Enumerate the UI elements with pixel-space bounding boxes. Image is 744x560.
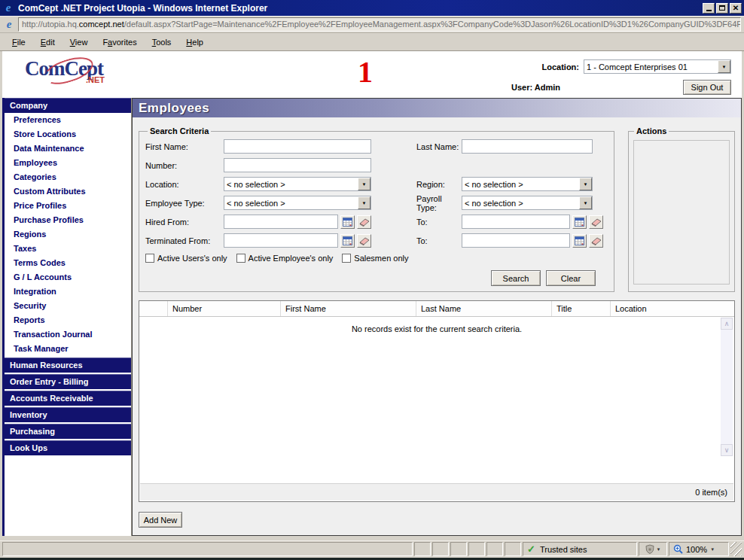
close-button[interactable]: ✕ bbox=[730, 3, 742, 14]
chevron-down-icon[interactable]: ▼ bbox=[358, 196, 370, 209]
sidebar-item-reports[interactable]: Reports bbox=[5, 313, 131, 327]
column-header-last-name: Last Name bbox=[416, 301, 552, 316]
location-filter-select[interactable]: < no selection > ▼ bbox=[224, 177, 371, 191]
eraser-icon[interactable] bbox=[589, 215, 603, 229]
payroll-type-select[interactable]: < no selection > ▼ bbox=[462, 196, 593, 210]
scroll-down-icon[interactable]: ∨ bbox=[721, 444, 733, 456]
checkbox-label-active-employee-s-only: Active Employee's only bbox=[249, 254, 334, 263]
chevron-down-icon[interactable]: ▼ bbox=[579, 178, 592, 190]
chevron-down-icon[interactable]: ▼ bbox=[358, 178, 370, 190]
phishing-filter-button[interactable]: ▼ bbox=[639, 542, 667, 556]
sidebar-item-transaction-journal[interactable]: Transaction Journal bbox=[5, 327, 131, 342]
maximize-button[interactable] bbox=[716, 3, 728, 14]
title-bar: e ComCept .NET Project Utopia - Windows … bbox=[0, 0, 744, 16]
sidebar-item-categories[interactable]: Categories bbox=[5, 170, 131, 184]
page-title: Employees bbox=[133, 99, 741, 117]
last-name-input[interactable] bbox=[462, 139, 593, 154]
sidebar-item-taxes[interactable]: Taxes bbox=[5, 242, 131, 256]
sidebar-item-data-maintenance[interactable]: Data Maintenance bbox=[5, 142, 131, 156]
search-button[interactable]: Search bbox=[491, 270, 541, 286]
checkbox-active-users-s-only[interactable] bbox=[145, 254, 154, 263]
shield-icon bbox=[645, 544, 654, 554]
number-label: Number: bbox=[145, 161, 224, 170]
minimize-button[interactable] bbox=[703, 3, 715, 14]
window-title: ComCept .NET Project Utopia - Windows In… bbox=[18, 3, 703, 14]
sidebar-section-order-entry-billing[interactable]: Order Entry - Billing bbox=[5, 374, 131, 389]
hired-to-label: To: bbox=[416, 218, 462, 227]
sidebar-item-price-profiles[interactable]: Price Profiles bbox=[5, 199, 131, 213]
calendar-icon[interactable] bbox=[340, 234, 355, 248]
sidebar-items: PreferencesStore LocationsData Maintenan… bbox=[5, 113, 131, 356]
status-bar: ✓ Trusted sites ▼ 100% ▼ bbox=[0, 540, 744, 558]
menu-help[interactable]: Help bbox=[178, 35, 211, 50]
eraser-icon[interactable] bbox=[589, 234, 603, 248]
sidebar-item-regions[interactable]: Regions bbox=[5, 227, 131, 242]
chevron-down-icon[interactable]: ▼ bbox=[718, 60, 730, 73]
sidebar-item-preferences[interactable]: Preferences bbox=[5, 113, 131, 127]
status-panel bbox=[505, 542, 521, 556]
first-name-label: First Name: bbox=[145, 142, 224, 151]
url-prefix: http://utopia.hq. bbox=[22, 20, 79, 29]
number-input[interactable] bbox=[224, 158, 371, 172]
column-header-first-name: First Name bbox=[281, 301, 416, 316]
sidebar-item-g-l-accounts[interactable]: G / L Accounts bbox=[5, 270, 131, 285]
calendar-icon[interactable] bbox=[572, 234, 587, 248]
checkbox-salesmen-only[interactable] bbox=[342, 254, 351, 263]
calendar-icon[interactable] bbox=[572, 215, 587, 229]
hired-to-input[interactable] bbox=[462, 215, 570, 229]
url-field[interactable]: http://utopia.hq.comcept.net/default.asp… bbox=[18, 17, 741, 32]
payroll-type-label: Payroll Type: bbox=[416, 194, 462, 212]
menu-tools[interactable]: Tools bbox=[145, 35, 179, 50]
status-message-panel bbox=[2, 542, 413, 556]
region-select[interactable]: < no selection > ▼ bbox=[462, 177, 593, 191]
resize-grip[interactable] bbox=[730, 542, 742, 556]
sign-out-button[interactable]: Sign Out bbox=[683, 80, 731, 95]
sidebar-section-inventory[interactable]: Inventory bbox=[5, 407, 131, 422]
search-criteria-legend: Search Criteria bbox=[148, 126, 211, 135]
hired-from-input[interactable] bbox=[224, 215, 338, 229]
status-panel bbox=[486, 542, 503, 556]
status-panel bbox=[432, 542, 449, 556]
address-bar: e http://utopia.hq.comcept.net/default.a… bbox=[0, 16, 744, 33]
eraser-icon[interactable] bbox=[357, 215, 371, 229]
sidebar-item-integration[interactable]: Integration bbox=[5, 285, 131, 299]
menu-view[interactable]: View bbox=[63, 35, 96, 50]
menu-favorites[interactable]: Favorites bbox=[95, 35, 144, 50]
sidebar-item-task-manager[interactable]: Task Manager bbox=[5, 342, 131, 356]
scroll-up-icon[interactable]: ∧ bbox=[721, 318, 733, 330]
sidebar-item-custom-attributes[interactable]: Custom Attributes bbox=[5, 184, 131, 199]
table-empty-message: No records exist for the current search … bbox=[139, 317, 734, 333]
zoom-control[interactable]: 100% ▼ bbox=[669, 542, 729, 556]
checkbox-label-active-users-s-only: Active Users's only bbox=[157, 254, 227, 263]
terminated-to-label: To: bbox=[416, 236, 462, 245]
table-scrollbar[interactable]: ∧ ∨ bbox=[721, 318, 733, 456]
sidebar-item-security[interactable]: Security bbox=[5, 299, 131, 313]
content-panel: Employees Search Criteria First Name: La… bbox=[132, 98, 742, 536]
sidebar-section-company[interactable]: Company bbox=[5, 98, 131, 113]
sidebar-item-store-locations[interactable]: Store Locations bbox=[5, 127, 131, 142]
column-header-location: Location bbox=[611, 301, 734, 316]
first-name-input[interactable] bbox=[224, 139, 371, 154]
clear-button[interactable]: Clear bbox=[546, 270, 596, 286]
menu-bar: FileEditViewFavoritesToolsHelp bbox=[0, 33, 744, 51]
menu-file[interactable]: File bbox=[5, 35, 33, 50]
chevron-down-icon[interactable]: ▼ bbox=[579, 196, 592, 209]
sidebar-section-human-resources[interactable]: Human Resources bbox=[5, 358, 131, 373]
terminated-to-input[interactable] bbox=[462, 233, 570, 248]
add-new-button[interactable]: Add New bbox=[139, 512, 182, 528]
chevron-down-icon: ▼ bbox=[657, 547, 661, 552]
menu-edit[interactable]: Edit bbox=[33, 35, 63, 50]
terminated-from-input[interactable] bbox=[224, 233, 338, 248]
location-select[interactable]: 1 - Comcept Enterprises 01 ▼ bbox=[584, 59, 731, 74]
search-criteria-group: Search Criteria First Name: Last Name: N… bbox=[139, 126, 614, 292]
sidebar-section-accounts-receivable[interactable]: Accounts Receivable bbox=[5, 391, 131, 406]
sidebar-item-terms-codes[interactable]: Terms Codes bbox=[5, 256, 131, 270]
calendar-icon[interactable] bbox=[340, 215, 355, 229]
sidebar-section-look-ups[interactable]: Look Ups bbox=[5, 440, 131, 455]
checkbox-active-employee-s-only[interactable] bbox=[236, 254, 245, 263]
sidebar-item-employees[interactable]: Employees bbox=[5, 156, 131, 170]
sidebar-item-purchase-profiles[interactable]: Purchase Profiles bbox=[5, 213, 131, 227]
sidebar-section-purchasing[interactable]: Purchasing bbox=[5, 424, 131, 439]
employee-type-select[interactable]: < no selection > ▼ bbox=[224, 196, 371, 210]
eraser-icon[interactable] bbox=[357, 234, 371, 248]
